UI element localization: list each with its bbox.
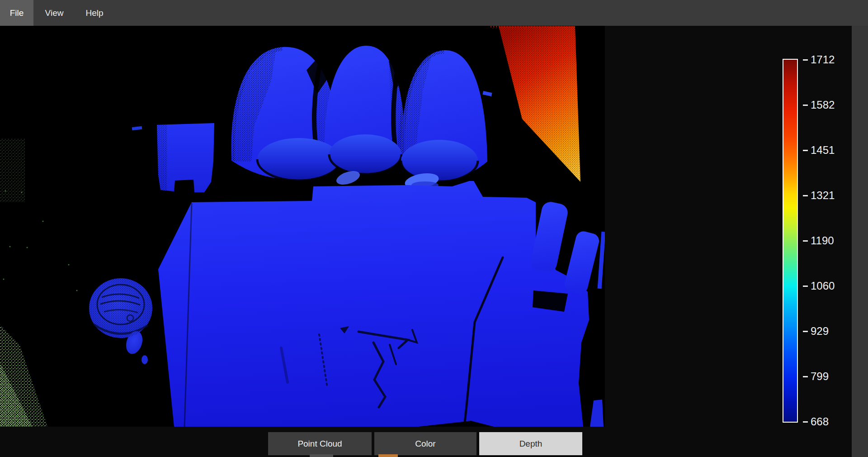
tick-label: 1060: [811, 279, 835, 293]
tick-dash-icon: [803, 240, 808, 242]
tick-label: 799: [811, 370, 829, 383]
legend-tick: 1712: [605, 53, 868, 67]
cup-rims: [257, 134, 478, 181]
bottom-edge-gray-sliver: [310, 454, 333, 457]
depth-colormap-image: [0, 26, 605, 427]
tick-label: 929: [811, 324, 829, 338]
mode-button-bar: Point Cloud Color Depth: [0, 427, 852, 457]
tick-dash-icon: [803, 105, 808, 106]
tick-dash-icon: [803, 195, 808, 196]
legend-tick: 1582: [605, 98, 868, 112]
tick-dash-icon: [803, 421, 808, 423]
menu-item-view[interactable]: View: [33, 0, 75, 26]
depth-button[interactable]: Depth: [479, 432, 582, 455]
legend-tick: 1321: [605, 189, 868, 202]
depth-viewer-window: File View Help: [0, 0, 868, 457]
tick-label: 1582: [811, 98, 835, 112]
legend-tick: 799: [605, 370, 868, 383]
legend-panel: 1712 1582 1451 1321 1190 1060 929 799: [605, 26, 868, 457]
bottom-edge-orange-sliver: [378, 454, 398, 457]
window-edge-strip: [852, 26, 868, 457]
tick-label: 1712: [811, 53, 835, 67]
legend-tick: 1451: [605, 143, 868, 157]
tick-label: 1190: [811, 234, 834, 248]
legend-tick: 1190: [605, 234, 868, 248]
tick-dash-icon: [803, 376, 808, 377]
color-button[interactable]: Color: [374, 432, 476, 455]
menu-item-file[interactable]: File: [0, 0, 33, 26]
menu-item-help[interactable]: Help: [75, 0, 114, 26]
tick-label: 1321: [811, 189, 835, 202]
tick-dash-icon: [803, 331, 808, 332]
depth-render-canvas[interactable]: [0, 26, 605, 427]
point-cloud-button[interactable]: Point Cloud: [268, 432, 372, 455]
legend-tick: 1060: [605, 279, 868, 293]
legend-tick: 929: [605, 324, 868, 338]
tick-dash-icon: [803, 286, 808, 287]
tick-dash-icon: [803, 59, 808, 61]
tick-dash-icon: [803, 150, 808, 151]
tick-label: 1451: [811, 143, 835, 157]
menu-bar: File View Help: [0, 0, 868, 26]
